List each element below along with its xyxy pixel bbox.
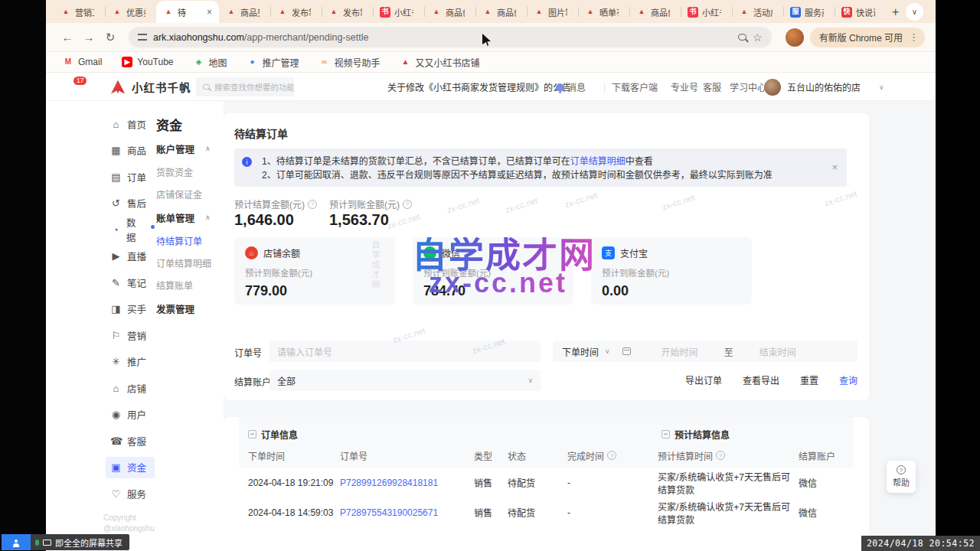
bookmark-star-icon[interactable]: ☆: [753, 31, 763, 44]
order-time-range-control[interactable]: 下单时间 ∨ 开始时间 至 结束时间: [553, 341, 858, 362]
query-button[interactable]: 查询: [839, 373, 858, 386]
xiaohongshu-logo-icon[interactable]: [111, 73, 125, 101]
sidebar-item-icon: ✳: [110, 356, 122, 367]
submenu-entry[interactable]: 货款资金: [156, 161, 224, 183]
cell-order-no-link[interactable]: P728991269928418181: [340, 478, 474, 488]
bookmark-label: 又又小红书店铺: [416, 56, 480, 69]
browser-tab[interactable]: ▲ 营销工: [54, 1, 105, 23]
sidebar-item[interactable]: ▦ 商品: [106, 138, 155, 165]
tab-search-chevron-icon[interactable]: ∨: [906, 3, 923, 21]
settlement-detail-link[interactable]: 订单结算明细: [570, 156, 626, 167]
sidebar-item[interactable]: ◉ 用户: [106, 402, 155, 429]
browser-tab[interactable]: 书 小红书: [681, 1, 732, 23]
submenu-entry[interactable]: 发票管理: [156, 296, 224, 321]
browser-tab[interactable]: ▲ 晒单有: [578, 1, 629, 23]
collapse-icon[interactable]: −: [662, 430, 670, 439]
submenu-entry[interactable]: 待结算订单: [156, 230, 224, 252]
end-time-input[interactable]: 结束时间: [760, 345, 796, 358]
chrome-update-button[interactable]: 有新版 Chrome 可用 ⋮: [810, 28, 925, 47]
new-tab-button[interactable]: +: [892, 5, 899, 19]
browser-tab[interactable]: ▲ 发布笔: [270, 1, 322, 23]
address-bar[interactable]: ark.xiaohongshu.com/app-merchant/pending…: [129, 27, 772, 47]
shop-name[interactable]: 五台山的佑佑的店: [787, 73, 861, 101]
sidebar-item[interactable]: ▶ 直播: [106, 243, 155, 270]
customer-service-link[interactable]: 客服: [703, 73, 721, 101]
export-orders-button[interactable]: 导出订单: [685, 373, 722, 386]
search-icon[interactable]: [738, 34, 746, 41]
order-info-group[interactable]: −订单信息: [248, 428, 298, 441]
browser-tab[interactable]: ▲ 发布笔: [322, 1, 373, 23]
screen-icon: [43, 540, 51, 546]
cell-order-no-link[interactable]: P728975543190025671: [340, 507, 474, 518]
browser-tab[interactable]: ▲ 商品创: [629, 1, 681, 23]
app-search-input[interactable]: 搜索查找你想要的功能: [196, 77, 294, 96]
browser-profile-avatar[interactable]: [786, 28, 804, 47]
bookmark-item[interactable]: ▲ 又又小红书店铺: [400, 56, 480, 69]
browser-menu-icon[interactable]: ⋮: [909, 31, 919, 43]
help-tooltip-icon[interactable]: ?: [308, 200, 317, 209]
est-settle-info-group[interactable]: −预计结算信息: [662, 428, 730, 441]
sidebar-item[interactable]: ⚐ 营销: [106, 322, 155, 349]
reload-button[interactable]: ↻: [100, 31, 121, 44]
browser-tab[interactable]: ▲ 图片笔: [527, 1, 578, 23]
help-tooltip-icon[interactable]: ?: [403, 200, 412, 209]
shop-avatar[interactable]: [764, 79, 781, 96]
time-type-select[interactable]: 下单时间: [562, 345, 599, 358]
sidebar-item[interactable]: ◔ 数据: [106, 217, 155, 243]
tab-close-icon[interactable]: ×: [207, 7, 212, 18]
messages-button[interactable]: 消息: [556, 73, 586, 101]
notice-close-icon[interactable]: ×: [831, 161, 838, 174]
browser-tab[interactable]: ▲ 商品创: [475, 1, 527, 23]
bookmark-item[interactable]: ● 推广管理: [247, 56, 299, 69]
reset-button[interactable]: 重置: [800, 373, 818, 386]
submenu-entry[interactable]: 账单管理 ∧: [156, 205, 224, 230]
url-text[interactable]: ark.xiaohongshu.com/app-merchant/pending…: [153, 32, 732, 43]
browser-tab[interactable]: ▲ 优惠券: [105, 1, 156, 23]
collapse-icon[interactable]: −: [248, 430, 256, 439]
submenu-entry[interactable]: 订单结算明细: [156, 252, 224, 274]
bookmark-item[interactable]: ◈ 地图: [194, 56, 227, 69]
browser-tab[interactable]: ▲ 活动广: [732, 1, 783, 23]
learning-center-link[interactable]: 学习中心: [730, 73, 766, 101]
browser-tab[interactable]: 服 服务商: [783, 1, 835, 23]
browser-tab[interactable]: 书 小红书: [373, 1, 424, 23]
settle-account-select[interactable]: 全部 ∨: [270, 370, 541, 391]
sidebar-item[interactable]: ☎ 客服: [106, 428, 155, 455]
cell-complete-time: -: [567, 478, 658, 488]
order-no-input[interactable]: 请输入订单号: [270, 341, 541, 362]
presenter-icon[interactable]: [2, 534, 31, 550]
sidebar-item[interactable]: ◨ 买手: [106, 296, 155, 323]
sidebar-item[interactable]: ✎ 笔记: [106, 269, 155, 296]
browser-tab[interactable]: ▲ 商品创: [424, 1, 475, 23]
browser-tab[interactable]: ▲ 待 ×: [156, 1, 219, 23]
sidebar-item[interactable]: ▤ 订单: [106, 164, 155, 191]
start-time-input[interactable]: 开始时间: [662, 345, 698, 358]
download-client-link[interactable]: 下载客户端: [612, 73, 658, 101]
sidebar-item[interactable]: ♡ 服务: [106, 481, 155, 507]
sidebar-item[interactable]: ▣ 资金: [106, 457, 155, 478]
sidebar-item[interactable]: ↺ 售后: [106, 191, 155, 217]
sidebar-item[interactable]: ⌂ 首页: [106, 111, 155, 138]
submenu-entry[interactable]: 结算账单: [156, 274, 224, 296]
sidebar-item[interactable]: ✳ 推广: [106, 349, 155, 376]
bookmark-item[interactable]: ∞ 视频号助手: [319, 56, 381, 69]
pro-account-link[interactable]: 专业号: [671, 73, 698, 101]
forward-button[interactable]: →: [78, 31, 100, 44]
sidebar-item[interactable]: ⌂ 店铺: [106, 375, 155, 402]
back-button[interactable]: ←: [57, 31, 78, 44]
help-tooltip-icon[interactable]: ?: [607, 451, 616, 460]
submenu-entry-label: 货款资金: [156, 165, 193, 178]
browser-tab[interactable]: 快 快说课: [835, 1, 886, 23]
help-tooltip-icon[interactable]: ?: [716, 451, 725, 460]
browser-tab[interactable]: ▲ 商品列: [219, 1, 270, 23]
submenu-entry[interactable]: 账户管理 ∧: [156, 136, 224, 161]
site-info-icon[interactable]: [138, 34, 147, 41]
shop-menu-chevron-icon[interactable]: ∨: [879, 73, 884, 101]
bookmark-item[interactable]: ▶ YouTube: [122, 57, 173, 67]
announcement-link[interactable]: 关于修改《小红书商家发货管理规则》的公告: [387, 73, 571, 101]
help-floating-button[interactable]: ? 帮助: [887, 461, 916, 493]
view-export-button[interactable]: 查看导出: [743, 373, 779, 386]
bookmark-item[interactable]: M Gmail: [63, 57, 102, 67]
submenu-entry[interactable]: 店铺保证金: [156, 183, 224, 205]
screen-share-label: 即全全的屏幕共享: [55, 536, 122, 549]
